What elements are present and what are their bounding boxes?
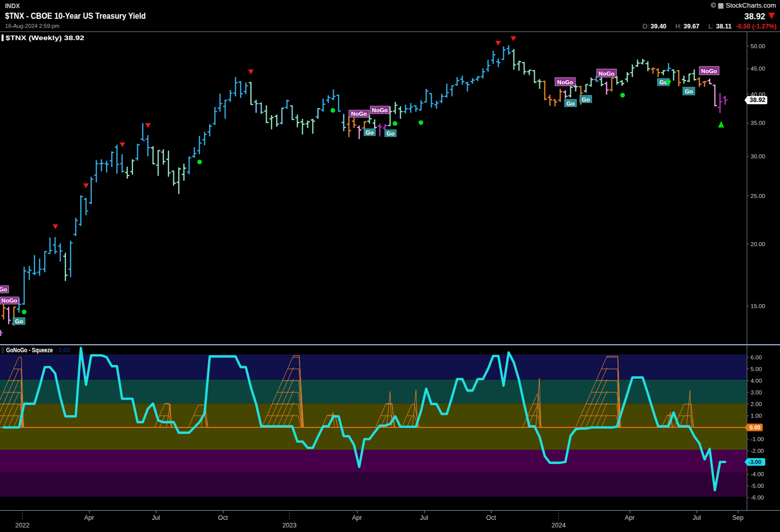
svg-text:50.00: 50.00 [751,43,765,49]
svg-text:-3.00: -3.00 [749,459,761,465]
svg-text:Go: Go [685,88,693,94]
svg-text:15.00: 15.00 [751,303,765,309]
svg-text:Go: Go [15,318,23,324]
svg-text:Go: Go [386,130,395,137]
svg-text:Jul: Jul [420,514,428,521]
svg-text:$TNX (Weekly) 38.92: $TNX (Weekly) 38.92 [6,35,84,42]
svg-text:Apr: Apr [84,514,94,521]
svg-text:$TNX - CBOE 10-Year US Treasur: $TNX - CBOE 10-Year US Treasury Yield [5,12,146,20]
svg-text:NoGo: NoGo [372,107,387,113]
svg-text:Sep: Sep [732,514,743,521]
svg-text:L:: L: [708,23,713,30]
svg-text:Oct: Oct [486,514,496,521]
svg-text:Apr: Apr [352,514,362,521]
svg-text:Oct: Oct [218,514,228,521]
svg-text:5.00: 5.00 [751,366,762,372]
svg-text:39.40: 39.40 [651,23,666,30]
svg-text:1.00: 1.00 [751,413,762,419]
svg-text:GoNoGo - Squeeze: GoNoGo - Squeeze [6,347,53,354]
svg-text:4.00: 4.00 [751,378,762,384]
svg-text:3.00: 3.00 [751,389,762,395]
svg-text:NoGo: NoGo [557,79,573,85]
svg-text:NoGo: NoGo [701,68,717,74]
svg-text:45.00: 45.00 [751,65,765,72]
svg-text:NoGo: NoGo [0,286,7,292]
svg-text:NoGo: NoGo [2,297,17,304]
svg-text:2.00: 2.00 [751,401,762,407]
svg-text:2024: 2024 [551,522,566,529]
svg-text:H:: H: [675,23,682,30]
svg-text:INDX: INDX [5,2,20,10]
svg-text:2022: 2022 [15,522,29,529]
svg-text:-5.00: -5.00 [751,483,764,489]
svg-text:Apr: Apr [625,514,634,521]
svg-text:30.00: 30.00 [751,153,765,159]
svg-text:-2.00: -2.00 [751,448,764,454]
svg-text:© ▦ StockCharts.com: © ▦ StockCharts.com [711,2,776,9]
svg-text:Go: Go [567,101,575,107]
svg-text:38.92: 38.92 [744,12,765,21]
svg-text:-6.00: -6.00 [751,494,764,501]
svg-text:25.00: 25.00 [751,193,765,199]
svg-text:NoGo: NoGo [351,111,367,117]
svg-text:O:: O: [642,23,649,30]
svg-text:35.00: 35.00 [751,120,765,126]
svg-text:20.00: 20.00 [751,241,765,247]
svg-text:-4.00: -4.00 [751,471,764,477]
svg-text:Go: Go [582,96,590,103]
svg-text:39.67: 39.67 [684,23,699,30]
svg-text:-0.50 (-1.27%): -0.50 (-1.27%) [736,23,776,30]
svg-text:16-Aug-2024 2:59:pm: 16-Aug-2024 2:59:pm [5,23,59,29]
svg-text:NoGo: NoGo [599,71,614,77]
svg-text:Jul: Jul [152,514,160,521]
svg-text:Go: Go [366,129,374,136]
svg-text:Jul: Jul [693,514,701,521]
svg-text:2023: 2023 [282,522,297,529]
svg-text:38.92: 38.92 [750,96,765,104]
svg-text:6.00: 6.00 [751,354,762,360]
svg-text:-3.00: -3.00 [56,347,71,354]
svg-text:-1.00: -1.00 [751,436,764,442]
svg-text:38.11: 38.11 [716,23,732,30]
svg-text:0.00: 0.00 [750,424,760,430]
